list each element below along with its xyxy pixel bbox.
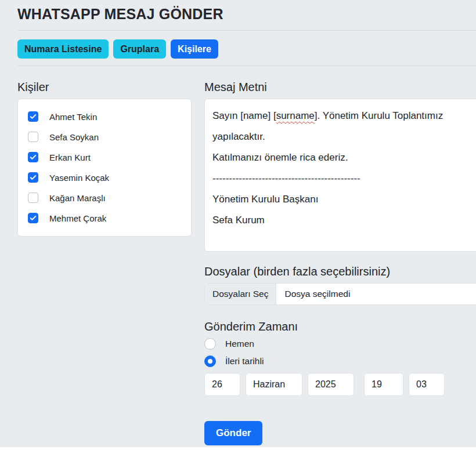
contact-row: Yasemin Koçak — [28, 172, 182, 183]
message-column: Mesaj Metni Sayın [name] [surname]. Yöne… — [204, 81, 476, 445]
schedule-option-hemen: Hemen — [204, 338, 476, 350]
radio-ileri-tarihli-label: İleri tarihli — [225, 356, 264, 366]
divider-top — [17, 30, 476, 31]
check-icon — [30, 215, 37, 222]
send-button[interactable]: Gönder — [204, 421, 262, 445]
tab-gruplara[interactable]: Gruplara — [113, 39, 166, 59]
message-line: Sefa Kurum — [212, 210, 476, 231]
page-background: WHATSAPP MESAJ GÖNDER Numara Listesine G… — [0, 0, 476, 447]
contacts-column: Kişiler Ahmet TekinSefa SoykanErkan Kurt… — [17, 81, 192, 445]
schedule-option-ileri-tarihli: İleri tarihli — [204, 355, 476, 367]
contact-name: Sefa Soykan — [49, 132, 99, 142]
misspelled-word: surname — [276, 110, 315, 121]
contact-checkbox[interactable] — [28, 152, 38, 162]
check-icon — [30, 154, 37, 161]
file-status-text: Dosya seçilmedi — [276, 284, 350, 304]
divider-bottom — [17, 66, 476, 66]
month-input[interactable] — [246, 373, 302, 396]
contact-checkbox[interactable] — [28, 213, 38, 223]
message-line: ----------------------------------------… — [212, 168, 476, 189]
contact-checkbox[interactable] — [28, 172, 38, 183]
contact-row: Ahmet Tekin — [28, 111, 182, 122]
contact-checkbox[interactable] — [28, 193, 38, 203]
message-line: Yönetim Kurulu Başkanı — [212, 189, 476, 210]
message-line: Katılmanızı önemle rica ederiz. — [212, 147, 476, 168]
files-heading: Dosyalar (birden fazla seçebilirsiniz) — [204, 265, 476, 278]
file-input[interactable]: Dosyaları Seç Dosya seçilmedi — [204, 283, 476, 305]
minute-input[interactable] — [409, 373, 445, 396]
tab-kisilere[interactable]: Kişilere — [171, 39, 218, 59]
contacts-list: Ahmet TekinSefa SoykanErkan KurtYasemin … — [17, 99, 192, 237]
contacts-heading: Kişiler — [17, 81, 192, 93]
hour-input[interactable] — [364, 373, 403, 396]
page-title: WHATSAPP MESAJ GÖNDER — [17, 5, 476, 24]
contact-name: Yasemin Koçak — [49, 173, 109, 183]
contact-row: Erkan Kurt — [28, 152, 182, 162]
contact-checkbox[interactable] — [28, 132, 38, 142]
message-line: yapılacaktır. — [212, 126, 476, 147]
contact-checkbox[interactable] — [28, 111, 38, 122]
main-area: Kişiler Ahmet TekinSefa SoykanErkan Kurt… — [17, 81, 476, 445]
page-content: WHATSAPP MESAJ GÖNDER Numara Listesine G… — [0, 5, 476, 445]
message-heading: Mesaj Metni — [204, 81, 476, 93]
contact-name: Erkan Kurt — [49, 153, 91, 162]
contact-name: Mehmet Çorak — [49, 213, 106, 223]
radio-ileri-tarihli[interactable] — [204, 355, 216, 367]
message-textarea[interactable]: Sayın [name] [surname]. Yönetim Kurulu T… — [204, 99, 476, 252]
contact-name: Kağan Maraşlı — [49, 193, 106, 203]
schedule-heading: Gönderim Zamanı — [204, 320, 476, 333]
datetime-row — [204, 373, 476, 396]
message-line: Sayın [name] [surname]. Yönetim Kurulu T… — [212, 106, 476, 126]
tab-row: Numara Listesine Gruplara Kişilere — [17, 39, 476, 59]
radio-hemen[interactable] — [204, 338, 216, 350]
day-input[interactable] — [204, 373, 240, 396]
contact-row: Mehmet Çorak — [28, 213, 182, 223]
file-select-button[interactable]: Dosyaları Seç — [205, 284, 276, 304]
year-input[interactable] — [308, 373, 354, 396]
radio-hemen-label: Hemen — [225, 339, 254, 349]
tab-numara-listesine[interactable]: Numara Listesine — [17, 39, 109, 59]
check-icon — [30, 113, 37, 120]
contact-row: Sefa Soykan — [28, 132, 182, 142]
contact-row: Kağan Maraşlı — [28, 193, 182, 203]
contact-name: Ahmet Tekin — [49, 112, 97, 122]
check-icon — [30, 174, 37, 181]
